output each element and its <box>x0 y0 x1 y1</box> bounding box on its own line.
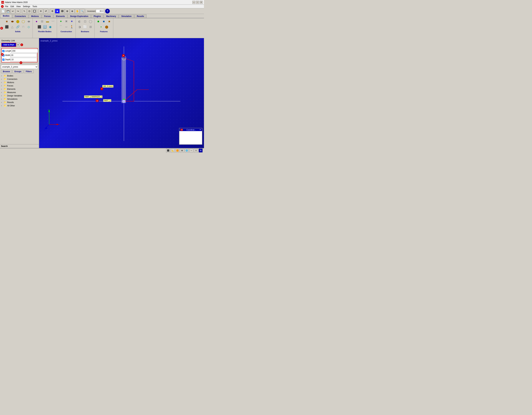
tree-item-elements[interactable]: + 📁 Elements <box>1 87 38 91</box>
zoom-box-button[interactable]: ⊡ <box>27 9 32 13</box>
grid-button[interactable]: ⊞ <box>65 9 70 13</box>
minimize-button[interactable]: — <box>192 1 195 4</box>
plate-tool[interactable]: ⬛ <box>4 24 9 29</box>
undo-button[interactable]: ↩ <box>11 9 15 13</box>
flex-tool-2[interactable]: ⊞ <box>39 19 45 24</box>
new-button[interactable]: 📄 <box>1 9 5 13</box>
expand-measures[interactable]: + <box>1 92 4 93</box>
length-input[interactable] <box>11 49 38 53</box>
iso-view-button[interactable]: 🔲 <box>32 9 37 13</box>
spline-tool[interactable]: ✴ <box>69 19 74 24</box>
tree-item-results[interactable]: + 📁 Results <box>1 101 38 104</box>
translate-button[interactable]: ✛ <box>38 9 43 13</box>
expand-design-variables[interactable]: + <box>1 95 4 97</box>
feat-tool-5[interactable]: ⬤ <box>104 24 109 29</box>
add-to-part-dropdown[interactable]: ▼ <box>17 43 20 47</box>
tab-forces[interactable]: Forces <box>42 14 53 18</box>
feat-tool-3[interactable]: ■ <box>107 19 112 24</box>
status-icon-4[interactable]: ⊞ <box>180 148 184 153</box>
tab-plugins[interactable]: Plugins <box>91 14 103 18</box>
link-tool[interactable]: 🔗 <box>15 24 20 29</box>
move-button[interactable]: ✋ <box>75 9 80 13</box>
help-button[interactable]: ? <box>105 9 110 13</box>
target-button[interactable]: ⊕ <box>70 9 75 13</box>
expand-all-other[interactable]: + <box>1 105 4 107</box>
torus-tool[interactable]: ◯ <box>21 19 26 24</box>
expand-forces[interactable]: + <box>1 85 4 87</box>
viewport[interactable]: example_3_press <box>39 38 204 148</box>
depth-checkbox[interactable] <box>2 59 4 61</box>
menu-file[interactable]: File <box>4 5 9 8</box>
tree-item-connectors[interactable]: + 📁 Connectors <box>1 77 38 81</box>
arc-tool[interactable]: ⌒ <box>58 24 63 29</box>
menu-view[interactable]: View <box>15 5 22 8</box>
add-to-part-button[interactable]: Add to Part <box>1 43 16 47</box>
bool-tool-2[interactable]: ⊡ <box>83 19 87 24</box>
save-button[interactable]: 💾 <box>6 9 10 13</box>
tab-bodies[interactable]: Bodies <box>0 14 12 18</box>
expand-motions[interactable]: + <box>1 82 4 83</box>
bool-tool-5[interactable]: ⬜ <box>83 24 87 29</box>
status-icon-7[interactable]: ℹ <box>194 148 198 153</box>
redo-button[interactable]: ↪ <box>16 9 20 13</box>
length-checkbox[interactable] <box>2 50 4 52</box>
tree-item-all-other[interactable]: + 📁 All Other <box>1 104 38 107</box>
tab-motions[interactable]: Motions <box>29 14 41 18</box>
user-tool[interactable]: ◇ <box>26 24 31 29</box>
status-icon-5[interactable]: 🌐 <box>185 148 189 153</box>
expand-bodies[interactable]: + <box>1 75 4 77</box>
tab-connectors[interactable]: Connectors <box>12 14 28 18</box>
tab-simulation[interactable]: Simulation <box>119 14 134 18</box>
zoom-in-button[interactable]: 🔍 <box>80 9 85 13</box>
marker-tool[interactable]: ✖ <box>64 19 69 24</box>
coord-window-close[interactable]: ✕ <box>200 129 201 131</box>
status-icon-6[interactable]: ↔ <box>189 148 193 153</box>
tab-elements[interactable]: Elements <box>54 14 67 18</box>
ellipsoid-tool[interactable]: ⬬ <box>26 19 31 24</box>
bool-tool-1[interactable]: ◐ <box>77 19 82 24</box>
bool-tool-4[interactable]: ◑ <box>77 24 82 29</box>
status-icon-8[interactable]: ⚙ <box>199 148 203 153</box>
maximize-button[interactable]: □ <box>196 1 199 4</box>
flex-tool-1[interactable]: ● <box>34 19 39 24</box>
window-controls[interactable]: — □ ✕ <box>192 1 203 4</box>
person-tool[interactable]: 🚶 <box>69 24 74 29</box>
flex-tool-4[interactable]: 〰 <box>50 19 56 24</box>
tab-machinery[interactable]: Machinery <box>104 14 118 18</box>
status-icon-1[interactable]: ⬛ <box>166 148 170 153</box>
tree-item-forces[interactable]: + 📁 Forces <box>1 84 38 87</box>
cylinder-tool[interactable]: ⬬ <box>10 19 15 24</box>
expand-connectors[interactable]: + <box>1 78 4 80</box>
tree-item-bodies[interactable]: + 📁 Bodies <box>1 74 38 77</box>
nav-tab-groups[interactable]: Groups <box>12 70 23 73</box>
nav-tab-filters[interactable]: Filters <box>24 70 34 73</box>
expand-simulations[interactable]: + <box>1 98 4 100</box>
expand-results[interactable]: + <box>1 101 4 103</box>
bool-tool-3[interactable]: ◯ <box>88 19 93 24</box>
flex-tool-6[interactable]: 🔡 <box>42 24 47 29</box>
model-select[interactable]: .example_3_press <box>1 65 38 69</box>
flex-tool-5[interactable]: ⬛ <box>37 24 42 29</box>
select-button[interactable]: ↖ <box>22 9 27 13</box>
menu-tools[interactable]: Tools <box>31 5 38 8</box>
menu-settings[interactable]: Settings <box>22 5 31 8</box>
render-button[interactable]: 🖼 <box>60 9 65 13</box>
feat-tool-1[interactable]: ■ <box>96 19 101 24</box>
nav-tab-browse[interactable]: Browse <box>1 70 12 73</box>
tree-item-simulations[interactable]: + 📁 Simulations <box>1 97 38 101</box>
rotate-button[interactable]: ↺ <box>44 9 48 13</box>
increment-input[interactable] <box>96 9 104 13</box>
channel-tool[interactable]: ⊓ <box>21 24 26 29</box>
flex-tool-7[interactable]: ◉ <box>48 24 53 29</box>
box-tool[interactable]: ■ <box>4 19 9 24</box>
menu-edit[interactable]: Edit <box>10 5 15 8</box>
tab-results[interactable]: Results <box>134 14 146 18</box>
close-button[interactable]: ✕ <box>200 1 203 4</box>
tree-item-design-variables[interactable]: + 📁 Design Variables <box>1 94 38 97</box>
frustum-tool[interactable]: △ <box>10 24 15 29</box>
tree-item-motions[interactable]: + 📁 Motions <box>1 81 38 84</box>
point-tool[interactable]: ✦ <box>58 19 63 24</box>
status-icon-3[interactable]: 🟧 <box>175 148 179 153</box>
width-input[interactable] <box>10 54 37 57</box>
xyz-tool[interactable]: xyz <box>64 24 69 29</box>
